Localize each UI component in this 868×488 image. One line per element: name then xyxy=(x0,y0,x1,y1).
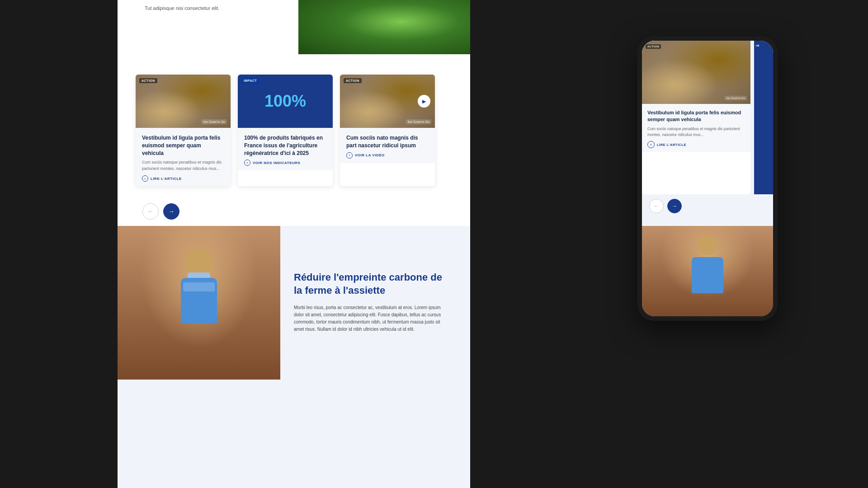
card-3-image: ACTION ▶ xyxy=(340,75,435,128)
mobile-prev-arrow[interactable]: ← xyxy=(649,199,664,213)
bottom-text-area: Réduire l'empreinte carbone de la ferme … xyxy=(285,262,457,342)
card-3-title: Cum sociis nato magnis dis part nascetur… xyxy=(346,134,429,150)
card-1-text: Cum sociis natoque penatibus et magnis d… xyxy=(142,160,224,172)
mobile-card-1-image: ACTION xyxy=(642,41,750,104)
card-2-body: 100% de produits fabriqués en France iss… xyxy=(238,128,333,170)
mobile-card-1-body: Vestibulum id ligula porta felis euismod… xyxy=(642,104,750,152)
mobile-prev-icon: ← xyxy=(654,203,659,209)
person-body xyxy=(181,278,217,323)
prev-arrow-button[interactable]: ← xyxy=(142,203,159,220)
card-3-badge: ACTION xyxy=(344,78,362,83)
mobile-person xyxy=(680,235,735,316)
next-arrow-button[interactable]: → xyxy=(163,203,179,220)
mobile-nav-arrows: ← → xyxy=(649,199,682,213)
bottom-body: Morbi leo risus, porta ac consectetur ac… xyxy=(294,304,448,333)
card-3-body: Cum sociis nato magnis dis part nascetur… xyxy=(340,128,435,163)
person-photo xyxy=(118,226,280,380)
desktop-bottom-section: Réduire l'empreinte carbone de la ferme … xyxy=(118,226,470,488)
desktop-nav-arrows: ← → xyxy=(142,203,179,220)
top-aerial-image xyxy=(298,0,470,54)
card-3-link[interactable]: › VOIR LA VIDÉO xyxy=(346,152,429,159)
background-left xyxy=(0,0,118,488)
card-2: IMPACT 100% 100% de produits fabriqués e… xyxy=(238,75,333,186)
person-head xyxy=(185,249,212,276)
mobile-next-icon: → xyxy=(672,203,677,209)
card-3: ACTION ▶ Cum sociis nato magnis dis part… xyxy=(340,75,435,186)
card-1-body: Vestibulum id ligula porta felis euismod… xyxy=(136,128,231,186)
mobile-partial-badge: IM xyxy=(756,44,773,47)
mobile-photo-bg xyxy=(642,226,773,316)
mobile-person-head xyxy=(698,235,718,255)
mobile-card-1-text: Cum sociis natoque penatibus et magnis d… xyxy=(647,126,745,138)
mobile-card-1-link-icon: › xyxy=(647,141,655,148)
next-arrow-icon: → xyxy=(168,208,175,215)
mobile-cards: ACTION Vestibulum id ligula porta felis … xyxy=(642,41,773,194)
mobile-card-1-title: Vestibulum id ligula porta felis euismod… xyxy=(647,109,745,123)
card-2-image: IMPACT 100% xyxy=(238,75,333,128)
mobile-partial-card: IM xyxy=(754,41,773,194)
bottom-title: Réduire l'empreinte carbone de la ferme … xyxy=(294,271,448,297)
card-2-title: 100% de produits fabriqués en France iss… xyxy=(244,134,326,157)
card-2-link-label: VOIR NOS INDICATEURS xyxy=(253,161,300,165)
mobile-card-1-link[interactable]: › LIRE L'ARTICLE xyxy=(647,141,745,148)
card-2-badge: IMPACT xyxy=(241,78,259,83)
card-3-play-icon[interactable]: ▶ xyxy=(418,95,430,108)
mobile-card-1-link-label: LIRE L'ARTICLE xyxy=(657,143,686,147)
desktop-top-text: Tut adipisque nisi consectetur elit. xyxy=(145,5,219,12)
prev-arrow-icon: ← xyxy=(147,208,154,215)
card-1-title: Vestibulum id ligula porta felis euismod… xyxy=(142,134,224,157)
desktop-mockup: Tut adipisque nisi consectetur elit. ACT… xyxy=(118,0,470,488)
card-3-link-icon: › xyxy=(346,152,353,159)
card-3-link-label: VOIR LA VIDÉO xyxy=(355,153,385,157)
card-1: ACTION Vestibulum id ligula porta felis … xyxy=(136,75,231,186)
cards-section: ACTION Vestibulum id ligula porta felis … xyxy=(136,75,452,186)
card-1-link-label: LIRE L'ARTICLE xyxy=(151,177,182,181)
card-1-image: ACTION xyxy=(136,75,231,128)
card-2-link[interactable]: › VOIR NOS INDICATEURS xyxy=(244,160,326,166)
card-1-badge: ACTION xyxy=(139,78,157,83)
mobile-card-1-badge: ACTION xyxy=(646,44,661,49)
mobile-bottom-photo xyxy=(642,226,773,316)
card-2-link-icon: › xyxy=(244,160,250,166)
mobile-phone-mockup: ACTION Vestibulum id ligula porta felis … xyxy=(637,36,778,321)
card-1-link-icon: › xyxy=(142,175,148,182)
mobile-person-body xyxy=(692,257,723,293)
mobile-screen: ACTION Vestibulum id ligula porta felis … xyxy=(642,41,773,316)
top-lorem-text: Tut adipisque nisi consectetur elit. xyxy=(145,5,219,11)
card-1-link[interactable]: › LIRE L'ARTICLE xyxy=(142,175,224,182)
mobile-next-arrow[interactable]: → xyxy=(667,199,682,213)
mobile-card-1: ACTION Vestibulum id ligula porta felis … xyxy=(642,41,750,194)
card-2-stat: 100% xyxy=(264,92,306,111)
person-silhouette xyxy=(163,249,235,380)
